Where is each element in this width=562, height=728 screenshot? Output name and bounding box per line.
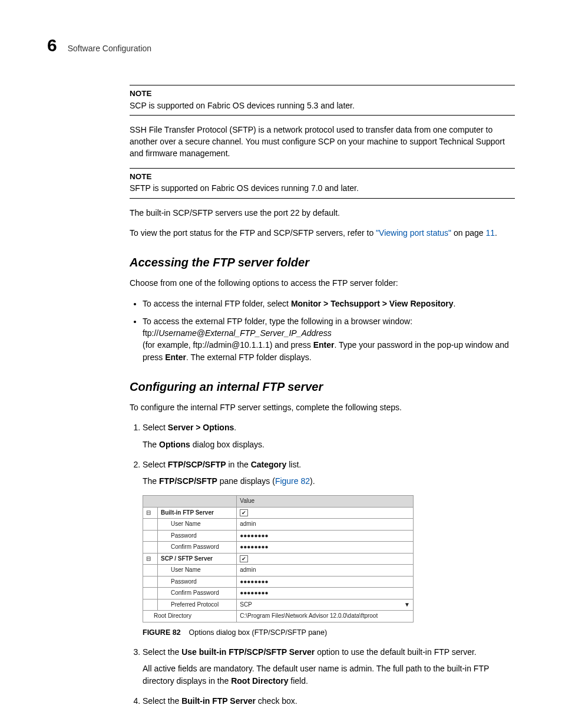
chevron-down-icon: ▼: [404, 601, 410, 610]
key-enter: Enter: [313, 340, 335, 350]
table-row: User Name admin: [143, 519, 414, 531]
options-table: Value ⊟ Built-in FTP Server ✔ User Name …: [143, 495, 414, 622]
group-checkbox[interactable]: ✔: [237, 507, 414, 519]
header-blank: [143, 496, 237, 508]
text: The: [143, 440, 159, 449]
field-label: User Name: [158, 519, 237, 531]
figure-82: Value ⊟ Built-in FTP Server ✔ User Name …: [143, 495, 515, 622]
blank: [143, 576, 158, 588]
text: check box.: [256, 696, 297, 706]
table-row: User Name admin: [143, 565, 414, 577]
text: Select: [143, 460, 168, 469]
note-text-1: SCP is supported on Fabric OS devices ru…: [130, 100, 515, 116]
category-name: FTP/SCP/SFTP: [168, 460, 226, 469]
steps-list: Select Server > Options. The Options dia…: [130, 421, 515, 707]
chapter-number: 6: [47, 35, 57, 55]
figure-title: Options dialog box (FTP/SCP/SFTP pane): [189, 628, 328, 637]
page-content: NOTE SCP is supported on Fabric OS devic…: [130, 85, 515, 707]
menu-path: Monitor > Techsupport > View Repository: [291, 299, 454, 308]
option-name: Use built-in FTP/SCP/SFTP Server: [181, 647, 315, 657]
key-enter: Enter: [165, 353, 186, 362]
text: dialog box displays.: [190, 440, 265, 449]
group-row-ftp: ⊟ Built-in FTP Server ✔: [143, 507, 414, 519]
group-checkbox[interactable]: ✔: [237, 553, 414, 565]
text: (for example, ftp://admin@10.1.1.1) and …: [143, 340, 313, 350]
step-3: Select the Use built-in FTP/SCP/SFTP Ser…: [143, 646, 515, 687]
table-row: Root Directory C:\Program Files\Network …: [143, 611, 414, 622]
list-name: Category: [251, 460, 287, 469]
table-row: Password ●●●●●●●●: [143, 576, 414, 588]
table-header-row: Value: [143, 496, 414, 508]
table-row: Preferred Protocol SCP▼: [143, 599, 414, 611]
note-label-1: NOTE: [130, 85, 515, 100]
text: Select the: [143, 696, 181, 706]
list-item: To access the external FTP folder, type …: [143, 315, 515, 363]
text: To access the internal FTP folder, selec…: [143, 299, 291, 308]
figure-number: FIGURE 82: [143, 628, 181, 637]
page-header: 6 Software Configuration: [47, 35, 515, 55]
step-4: Select the Built-in FTP Server check box…: [143, 695, 515, 707]
checkmark-icon: ✔: [240, 555, 248, 562]
step-1: Select Server > Options. The Options dia…: [143, 421, 515, 450]
paragraph-port22: The built-in SCP/SFTP servers use the po…: [130, 207, 515, 219]
chapter-title: Software Configuration: [68, 44, 151, 53]
field-value[interactable]: ●●●●●●●●: [237, 542, 414, 554]
text: .: [234, 423, 236, 432]
field-value[interactable]: admin: [237, 565, 414, 577]
dialog-name: Options: [159, 440, 190, 449]
text: list.: [286, 460, 301, 469]
blank: [143, 565, 158, 577]
pane-name: FTP/SCP/SFTP: [159, 476, 217, 486]
link-viewing-port-status[interactable]: "Viewing port status": [376, 228, 451, 238]
field-value[interactable]: ●●●●●●●●: [237, 576, 414, 588]
text: option to use the default built-in FTP s…: [315, 647, 476, 657]
dropdown-value: SCP: [240, 601, 252, 608]
blank: [143, 542, 158, 554]
link-figure-82[interactable]: Figure 82: [275, 476, 310, 486]
link-page-11[interactable]: 11: [485, 228, 495, 238]
text: on page: [451, 228, 485, 238]
text: All active fields are mandatory. The def…: [143, 664, 489, 685]
expander-icon[interactable]: ⊟: [143, 553, 158, 565]
blank: [143, 599, 158, 611]
list-item: To access the internal FTP folder, selec…: [143, 298, 515, 309]
text: The: [143, 476, 159, 486]
text: field.: [288, 676, 308, 686]
section1-intro: Choose from one of the following options…: [130, 277, 515, 289]
blank: [143, 588, 158, 599]
group-label: Built-in FTP Server: [158, 507, 237, 519]
checkbox-name: Built-in FTP Server: [181, 696, 256, 706]
paragraph-sftp: SSH File Transfer Protocol (SFTP) is a n…: [130, 124, 515, 160]
step-2-sub: The FTP/SCP/SFTP pane displays (Figure 8…: [143, 475, 515, 487]
checkmark-icon: ✔: [240, 509, 248, 516]
text: To view the port status for the FTP and …: [130, 228, 376, 238]
field-label: Confirm Password: [158, 542, 237, 554]
step-2: Select FTP/SCP/SFTP in the Category list…: [143, 459, 515, 638]
field-value: C:\Program Files\Network Advisor 12.0.0\…: [237, 611, 414, 622]
text: ).: [310, 476, 315, 486]
field-label: Password: [158, 576, 237, 588]
text: Select: [143, 423, 168, 432]
blank: [143, 530, 158, 542]
paragraph-viewport: To view the port status for the FTP and …: [130, 227, 515, 239]
table-row: Password ●●●●●●●●: [143, 530, 414, 542]
menu-path: Server > Options: [168, 423, 234, 432]
text: Select the: [143, 647, 181, 657]
text: pane displays (: [217, 476, 275, 486]
step-1-sub: The Options dialog box displays.: [143, 439, 515, 450]
text: .: [495, 228, 497, 238]
text: in the: [226, 460, 251, 469]
field-label: User Name: [158, 565, 237, 577]
field-value[interactable]: admin: [237, 519, 414, 531]
step-3-sub: All active fields are mandatory. The def…: [143, 663, 515, 687]
dropdown-preferred-protocol[interactable]: SCP▼: [237, 599, 414, 611]
group-row-scp: ⊟ SCP / SFTP Server ✔: [143, 553, 414, 565]
field-value[interactable]: ●●●●●●●●: [237, 588, 414, 599]
field-name: Root Directory: [231, 676, 288, 686]
field-value[interactable]: ●●●●●●●●: [237, 530, 414, 542]
text: . The external FTP folder displays.: [186, 353, 312, 362]
field-label: Preferred Protocol: [158, 599, 237, 611]
expander-icon[interactable]: ⊟: [143, 507, 158, 519]
table-row: Confirm Password ●●●●●●●●: [143, 542, 414, 554]
field-label: Password: [158, 530, 237, 542]
